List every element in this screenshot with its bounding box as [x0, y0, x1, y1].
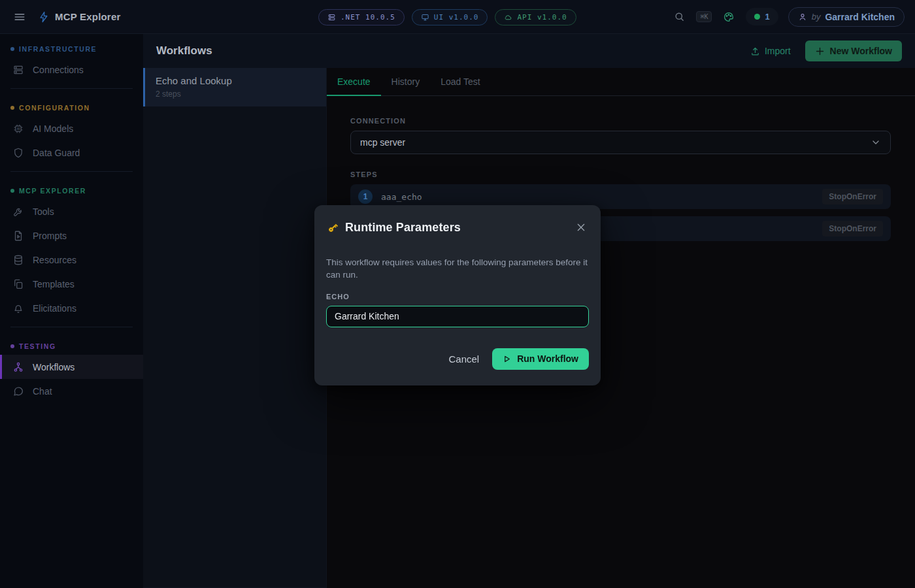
- cancel-button[interactable]: Cancel: [448, 353, 479, 365]
- key-icon: [326, 221, 340, 235]
- play-icon: [503, 355, 511, 363]
- run-workflow-button[interactable]: Run Workflow: [492, 348, 589, 370]
- echo-input[interactable]: [326, 306, 589, 327]
- modal-description: This workflow requires values for the fo…: [326, 257, 588, 282]
- modal-title: Runtime Parameters: [345, 221, 461, 235]
- close-icon[interactable]: [573, 220, 589, 235]
- echo-field-label: ECHO: [326, 293, 589, 301]
- runtime-parameters-modal: Runtime Parameters This workflow require…: [314, 205, 601, 385]
